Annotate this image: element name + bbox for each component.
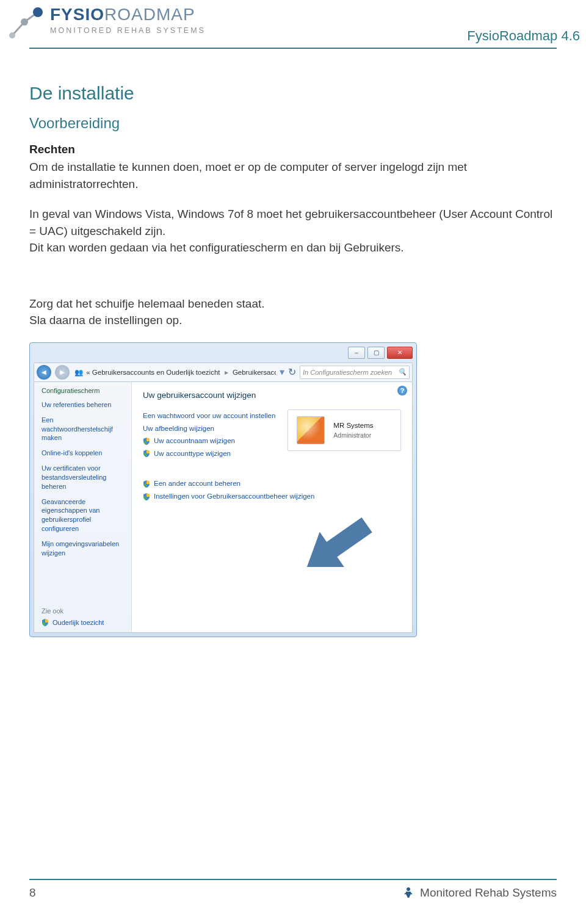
shield-icon	[42, 619, 49, 626]
control-panel-sidebar: Configuratiescherm Uw referenties behere…	[34, 382, 132, 632]
paragraph-slider: Zorg dat het schuifje helemaal beneden s…	[29, 295, 557, 312]
link-manage-other-account[interactable]: Een ander account beheren	[154, 477, 241, 491]
link-change-picture[interactable]: Uw afbeelding wijzigen	[143, 422, 214, 435]
footer-logo-icon	[403, 887, 414, 899]
nav-back-button[interactable]: ◄	[37, 365, 51, 380]
search-icon: 🔍	[398, 368, 407, 376]
sidebar-link-certificates[interactable]: Uw certificaten voor bestandsversleuteli…	[42, 464, 125, 491]
svg-point-7	[407, 887, 410, 891]
breadcrumb-level1: Gebruikersaccounts en Ouderlijk toezicht	[92, 369, 220, 376]
help-icon[interactable]: ?	[397, 386, 407, 395]
breadcrumb-prefix: «	[86, 369, 90, 376]
nav-forward-button[interactable]: ►	[55, 365, 70, 380]
shield-icon	[143, 493, 150, 500]
logo-text-bold: FYSIO	[50, 5, 104, 24]
heading-rights: Rechten	[29, 143, 557, 156]
chevron-right-icon: ▸	[222, 369, 231, 376]
logo-icon	[7, 6, 44, 40]
shield-icon	[143, 438, 150, 445]
brand-logo: FYSIOROADMAP MONITORED REHAB SYSTEMS	[7, 6, 206, 40]
sidebar-link-credentials[interactable]: Uw referenties beheren	[42, 400, 125, 410]
address-bar: ◄ ► 👥 « Gebruikersaccounts en Ouderlijk …	[34, 363, 413, 382]
shield-icon	[143, 450, 150, 457]
dropdown-icon[interactable]: ▾	[280, 366, 284, 378]
user-name: MR Systems	[333, 420, 373, 430]
logo-subtitle: MONITORED REHAB SYSTEMS	[50, 27, 206, 35]
link-uac-settings[interactable]: Instellingen voor Gebruikersaccountbehee…	[154, 490, 314, 504]
breadcrumb-level2: Gebruikersaccounts	[233, 369, 276, 376]
heading-installation: De installatie	[29, 83, 557, 104]
minimize-button[interactable]: –	[348, 347, 365, 359]
sidebar-link-parental[interactable]: Ouderlijk toezicht	[52, 618, 104, 627]
link-change-accounttype[interactable]: Uw accounttype wijzigen	[154, 447, 231, 460]
sidebar-link-env-vars[interactable]: Mijn omgevingsvariabelen wijzigen	[42, 540, 125, 558]
document-footer: 8 Monitored Rehab Systems	[29, 879, 557, 900]
sidebar-home-link[interactable]: Configuratiescherm	[42, 387, 125, 394]
refresh-icon[interactable]: ↻	[288, 366, 296, 378]
main-panel-title: Uw gebruikersaccount wijzigen	[143, 391, 401, 400]
document-header: FYSIOROADMAP MONITORED REHAB SYSTEMS Fys…	[29, 6, 557, 49]
main-panel: ? Uw gebruikersaccount wijzigen Een wach…	[132, 382, 412, 632]
link-set-password[interactable]: Een wachtwoord voor uw account instellen	[143, 410, 275, 422]
paragraph-save: Sla daarna de instellingen op.	[29, 312, 557, 329]
logo-text-thin: ROADMAP	[104, 5, 195, 24]
sidebar-link-profile-props[interactable]: Geavanceerde eigenschappen van gebruiker…	[42, 497, 125, 533]
svg-point-3	[21, 18, 28, 26]
page-number: 8	[29, 886, 36, 900]
svg-point-2	[9, 32, 15, 38]
paragraph-uac: In geval van Windows Vista, Windows 7of …	[29, 206, 557, 239]
avatar	[297, 416, 325, 444]
user-account-card: MR Systems Administrator	[288, 410, 401, 451]
window-titlebar: – ▢ ✕	[34, 347, 413, 361]
search-placeholder: In Configuratiescherm zoeken	[303, 369, 392, 376]
sidebar-link-online-ids[interactable]: Online-id's koppelen	[42, 449, 125, 458]
shield-icon	[143, 480, 150, 488]
paragraph-admin-rights: Om de installatie te kunnen doen, moet e…	[29, 159, 557, 192]
svg-point-4	[33, 7, 43, 17]
link-change-accountname[interactable]: Uw accountnaam wijzigen	[154, 435, 235, 447]
sidebar-link-password-reset[interactable]: Een wachtwoordherstelschijf maken	[42, 416, 125, 443]
heading-preparation: Voorbereiding	[29, 115, 557, 132]
close-button[interactable]: ✕	[387, 347, 413, 359]
header-version: FysioRoadmap 4.6	[467, 28, 580, 44]
paragraph-configpanel: Dit kan worden gedaan via het configurat…	[29, 239, 557, 256]
footer-brand: Monitored Rehab Systems	[420, 886, 557, 900]
user-role: Administrator	[333, 431, 373, 440]
breadcrumb[interactable]: 👥 « Gebruikersaccounts en Ouderlijk toez…	[73, 368, 276, 377]
maximize-button[interactable]: ▢	[367, 347, 385, 359]
search-input[interactable]: In Configuratiescherm zoeken 🔍	[300, 366, 410, 379]
screenshot-user-accounts-window: – ▢ ✕ ◄ ► 👥 « Gebruikersaccounts en Oude…	[29, 342, 417, 637]
sidebar-see-also: Zie ook	[42, 607, 125, 615]
